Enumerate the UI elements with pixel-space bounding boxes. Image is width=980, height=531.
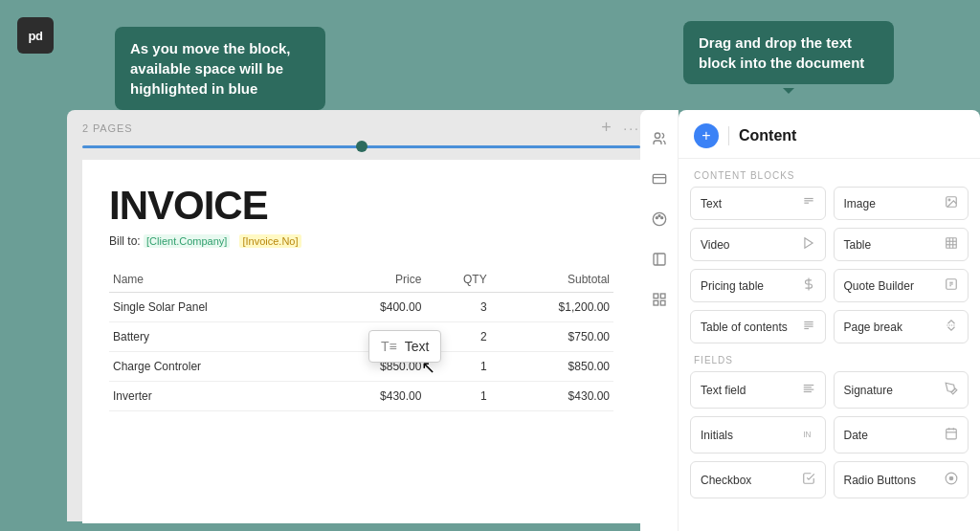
pages-label: 2 PAGES [82,122,132,134]
icon-sidebar [640,110,679,531]
field-item-date[interactable]: Date [834,416,969,454]
tooltip-right: Drag and drop the text block into the do… [683,21,894,84]
text-block-icon: T≡ [381,339,397,354]
add-page-button[interactable]: + [601,118,612,138]
block-icon-table-of-contents [802,319,815,335]
field-icon-date [945,427,958,443]
field-item-checkbox[interactable]: Checkbox [690,461,826,498]
block-item-table[interactable]: Table [834,228,969,261]
field-label-radio-buttons: Radio Buttons [844,474,916,487]
table-header-row: Name Price QTY Subtotal [109,267,613,293]
svg-point-0 [655,133,659,138]
block-icon-pricing-table [802,277,815,294]
col-subtotal: Subtotal [491,267,613,293]
table-row: Single Solar Panel$400.003$1,200.00 [109,293,613,322]
field-item-radio-buttons[interactable]: Radio Buttons [834,461,969,498]
panel-divider [728,126,729,145]
drop-line [82,145,640,148]
block-icon-page-break [945,319,958,335]
block-icon-image [945,195,958,211]
field-label-text-field: Text field [701,384,746,397]
invoice-no-field: [Invoice.No] [239,234,301,248]
more-options-button[interactable]: ··· [623,121,640,136]
invoice-title: INVOICE [109,183,613,229]
col-qty: QTY [425,267,490,293]
block-label-table-of-contents: Table of contents [701,321,788,334]
cursor-arrow: ↖ [421,357,435,378]
logo: pd [17,17,54,54]
field-item-initials[interactable]: Initials IN [690,416,826,454]
field-item-text-field[interactable]: Text field [690,371,826,409]
panel-content: CONTENT BLOCKS Text Image Video Table Pr… [679,159,980,531]
field-item-signature[interactable]: Signature [834,371,969,409]
sidebar-icon-users[interactable] [646,125,673,152]
col-price: Price [323,267,425,293]
text-block-label: Text [405,339,430,354]
table-row: Battery$375.002$750.00 [109,322,613,352]
block-icon-table [945,236,958,253]
field-icon-checkbox [802,472,815,488]
sidebar-icon-dollar[interactable] [646,166,673,192]
panel-add-button[interactable]: + [694,123,719,148]
block-label-page-break: Page break [844,321,902,334]
block-item-table-of-contents[interactable]: Table of contents [690,310,826,343]
field-icon-initials: IN [802,427,815,443]
table-row: Charge Controler$850.001$850.00 [109,352,613,382]
block-item-pricing-table[interactable]: Pricing table [690,269,826,302]
svg-rect-9 [654,294,658,299]
svg-rect-1 [653,174,665,183]
block-item-video[interactable]: Video [690,228,826,261]
col-name: Name [109,267,323,293]
table-row: Inverter$430.001$430.00 [109,382,613,411]
field-label-signature: Signature [844,384,893,397]
invoice-table: Name Price QTY Subtotal Single Solar Pan… [109,267,613,411]
field-label-initials: Initials [701,429,733,442]
section-label-content-blocks: CONTENT BLOCKS [679,159,980,187]
svg-rect-39 [947,429,957,439]
fields-grid: Text field Signature Initials IN Date Ch… [679,371,980,498]
block-icon-text [802,195,815,211]
svg-rect-12 [660,300,665,305]
block-label-text: Text [701,197,722,210]
drop-zone [82,145,640,148]
block-item-text[interactable]: Text [690,187,826,220]
block-label-table: Table [844,238,872,252]
document-area: 2 PAGES + ··· INVOICE Bill to: [Client.C… [67,110,656,521]
svg-rect-10 [660,294,665,299]
block-label-quote-builder: Quote Builder [844,279,914,293]
panel-title: Content [739,127,796,144]
sidebar-icon-palette[interactable] [646,206,673,232]
panel-header: + Content [679,110,980,159]
svg-point-44 [949,476,953,480]
svg-point-17 [948,199,950,201]
document-page: INVOICE Bill to: [Client.Company] [Invoi… [82,160,640,523]
block-icon-video [802,236,815,253]
sidebar-icon-s[interactable] [646,246,673,273]
drop-dot [356,141,368,152]
tooltip-left: As you move the block, available space w… [115,27,325,110]
field-icon-text-field [802,382,815,398]
block-label-pricing-table: Pricing table [701,279,764,293]
field-label-date: Date [844,429,868,442]
bill-to: Bill to: [Client.Company] [Invoice.No] [109,234,613,248]
sidebar-icon-grid[interactable] [646,286,673,313]
field-label-checkbox: Checkbox [701,474,751,487]
field-icon-radio-buttons [945,472,958,488]
svg-marker-18 [804,238,812,249]
block-label-video: Video [701,238,729,252]
section-label-fields: FIELDS [679,343,980,371]
svg-point-4 [656,217,657,219]
block-icon-quote-builder [945,277,958,294]
svg-rect-11 [654,300,658,305]
svg-text:IN: IN [803,431,811,439]
block-label-image: Image [844,197,876,210]
svg-rect-19 [947,238,957,249]
block-item-page-break[interactable]: Page break [834,310,969,343]
block-item-quote-builder[interactable]: Quote Builder [834,269,969,302]
svg-point-6 [660,217,662,219]
right-panel: + Content CONTENT BLOCKS Text Image Vide… [679,110,980,531]
svg-point-5 [658,215,660,217]
block-item-image[interactable]: Image [834,187,969,220]
client-company-field: [Client.Company] [144,234,230,248]
field-icon-signature [945,382,958,398]
